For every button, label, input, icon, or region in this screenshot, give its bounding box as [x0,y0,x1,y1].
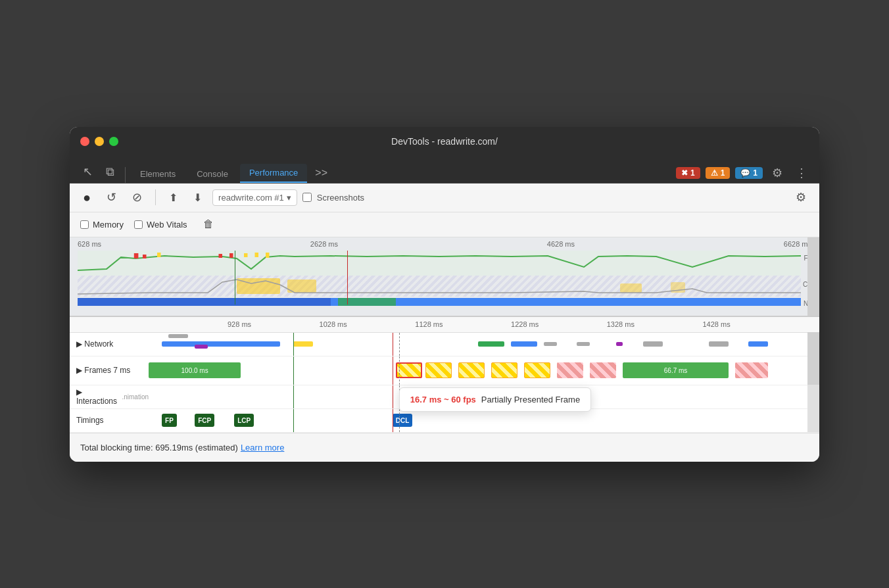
ts-1428: 1428 ms [702,320,730,328]
interactions-scrollbar[interactable] [807,385,819,408]
download-button[interactable]: ⬇ [188,189,207,207]
inspect-icon[interactable]: ⧉ [101,161,120,183]
frame-block-4[interactable] [491,362,517,378]
target-label: readwrite.com #1 [218,193,284,203]
warning-count: 1 [721,168,725,178]
frame-block-2[interactable] [425,362,452,378]
title-bar: DevTools - readwrite.com/ [70,127,819,156]
overview-timeline[interactable]: 628 ms 2628 ms 4628 ms 6628 ms FPS [70,237,819,316]
status-bar: Total blocking time: 695.19ms (estimated… [70,433,819,462]
info-badge[interactable]: 💬 1 [735,167,763,179]
timings-marker-green [293,409,294,432]
clear-button[interactable]: 🗑 [198,216,219,233]
info-icon: 💬 [740,168,750,178]
network-lane-content [149,333,807,356]
tab-console[interactable]: Console [187,165,237,183]
tab-badges: ✖ 1 ⚠ 1 💬 1 ⚙ ⋮ [676,163,811,183]
net-item-3 [195,345,208,349]
error-badge[interactable]: ✖ 1 [676,167,700,179]
toolbar: ● ↺ ⊘ ⬆ ⬇ readwrite.com #1 ▾ Screenshots… [70,184,819,212]
net-item-4 [293,341,313,347]
interactions-lane-label[interactable]: ▶ Interactions .nimation [70,387,149,406]
frames-scrollbar[interactable] [807,356,819,385]
tab-elements[interactable]: Elements [131,165,185,183]
frames-label: ▶ Frames 7 ms [76,366,130,375]
target-selector[interactable]: readwrite.com #1 ▾ [212,189,297,206]
network-lane-label[interactable]: ▶ Network [70,339,149,349]
marker-red [347,251,348,305]
detail-marker-green [293,333,294,356]
screenshots-option[interactable]: Screenshots [302,193,364,203]
toolbar-settings-button[interactable]: ⚙ [790,187,811,207]
memory-label: Memory [93,220,124,230]
web-vitals-checkbox[interactable] [134,220,143,229]
toolbar-right: ⚙ [790,187,811,207]
stop-button[interactable]: ⊘ [127,187,147,207]
net-item-6 [511,341,537,347]
record-button[interactable]: ● [78,187,96,208]
net-lane [78,298,801,306]
net-item-11 [709,341,729,347]
svg-rect-5 [244,253,248,257]
svg-rect-4 [229,253,233,258]
tab-more-button[interactable]: >> [310,163,333,183]
overview-timestamps: 628 ms 2628 ms 4628 ms 6628 ms [70,240,819,248]
frame-block-7[interactable] [590,362,616,378]
minimize-button[interactable] [95,137,104,146]
frames-marker-dashed [399,356,400,385]
traffic-lights [80,137,118,146]
ts-4628: 4628 ms [547,240,575,248]
ts-1228: 1228 ms [511,320,539,328]
detail-area: 928 ms 1028 ms 1128 ms 1228 ms 1328 ms 1… [70,316,819,433]
maximize-button[interactable] [109,137,118,146]
frame-block-9[interactable] [735,362,768,378]
learn-more-link[interactable]: Learn more [241,443,284,453]
timings-scrollbar[interactable] [807,408,819,432]
timings-lane-label: Timings [70,416,149,425]
cpu-lane [78,276,801,297]
tooltip-fps: 16.7 ms ~ 60 fps [410,395,476,404]
frame-block-3[interactable] [458,362,485,378]
error-count: 1 [690,168,695,178]
tab-separator [125,167,126,183]
cpu-chart [78,276,801,297]
timings-lane-content: FP FCP LCP DCL [149,409,807,432]
network-scrollbar[interactable] [807,332,819,356]
timings-label: Timings [76,416,104,425]
frame-block-8[interactable]: 66.7 ms [623,362,728,378]
ts-928: 928 ms [228,320,251,328]
more-options-button[interactable]: ⋮ [792,163,811,183]
frame-block-5[interactable] [524,362,550,378]
network-label: ▶ Network [76,339,113,349]
upload-button[interactable]: ⬆ [164,189,183,207]
time-ruler: 928 ms 1028 ms 1128 ms 1228 ms 1328 ms 1… [70,317,819,333]
frame-block-1[interactable]: 100.0 ms [149,362,241,378]
ts-2628: 2628 ms [310,240,338,248]
interactions-marker-red [393,385,393,408]
frames-lane-label[interactable]: ▶ Frames 7 ms [70,366,149,375]
frame-block-selected[interactable] [396,362,422,378]
settings-button[interactable]: ⚙ [768,163,786,183]
net-item-8 [577,342,590,346]
screenshots-checkbox[interactable] [302,193,312,202]
interactions-label: ▶ Interactions [76,387,119,406]
interactions-sublabel: .nimation [122,393,149,401]
memory-option[interactable]: Memory [80,220,124,230]
memory-checkbox[interactable] [80,220,89,229]
cursor-icon[interactable]: ↖ [78,160,98,183]
timing-lcp: LCP [234,414,254,427]
info-count: 1 [753,168,757,178]
overview-scrollbar[interactable] [807,237,819,316]
warning-badge[interactable]: ⚠ 1 [706,167,731,179]
close-button[interactable] [80,137,89,146]
svg-rect-1 [143,255,147,258]
tab-performance[interactable]: Performance [240,164,307,183]
tooltip-label: Partially Presented Frame [481,395,580,404]
timings-marker-red [393,409,393,432]
net-item-2 [168,334,188,338]
ts-1128: 1128 ms [415,320,443,328]
options-bar: Memory Web Vitals 🗑 [70,212,819,237]
refresh-button[interactable]: ↺ [101,187,122,207]
web-vitals-option[interactable]: Web Vitals [134,220,187,230]
frame-block-6[interactable] [557,362,583,378]
